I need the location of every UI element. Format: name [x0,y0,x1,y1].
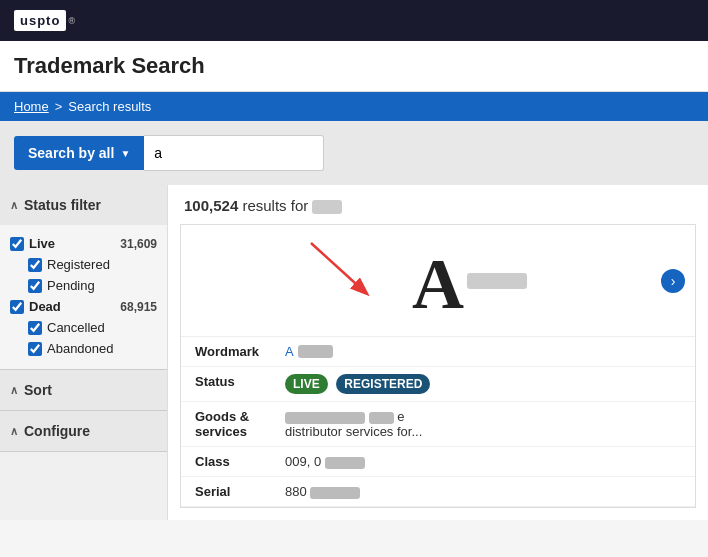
class-text: 009, 0 [285,454,321,469]
cancelled-filter-item: Cancelled [28,317,157,338]
status-value: LIVE REGISTERED [285,374,681,394]
pending-filter-item: Pending [28,275,157,296]
results-header: 100,524 results for [168,185,708,224]
annotation-arrow [281,233,401,313]
status-row: Status LIVE REGISTERED [181,367,695,402]
registered-filter-item: Registered [28,254,157,275]
goods-blurred-2 [369,412,394,424]
chevron-up-icon: ∧ [10,199,18,212]
sidebar: ∧ Status filter Live 31,609 Registered [0,185,168,520]
filter-content: Live 31,609 Registered Pending [0,225,167,369]
result-logo-letter: A [412,243,464,326]
chevron-down-icon: ∧ [10,384,18,397]
pending-label: Pending [47,278,95,293]
cancelled-label: Cancelled [47,320,105,335]
result-card: A › Wordmark [180,224,696,508]
goods-suffix: e [397,409,404,424]
serial-row: Serial 880 [181,477,695,507]
logo-text: uspto [20,13,60,28]
chevron-configure-icon: ∧ [10,425,18,438]
breadcrumb-home-link[interactable]: Home [14,99,49,114]
breadcrumb-separator: > [55,99,63,114]
dead-filter-item: Dead 68,915 [10,296,157,317]
configure-label: Configure [24,423,90,439]
search-by-label: Search by all [28,145,114,161]
header: uspto ® [0,0,708,41]
live-checkbox[interactable] [10,237,24,251]
uspto-logo: uspto [14,10,66,31]
sort-section: ∧ Sort [0,370,167,411]
results-label-text: results for [242,197,308,214]
wordmark-row: Wordmark A [181,337,695,367]
status-filter-header[interactable]: ∧ Status filter [0,185,167,225]
registered-checkbox[interactable] [28,258,42,272]
wordmark-link[interactable]: A [285,344,333,359]
serial-value: 880 [285,484,681,499]
abandoned-label: Abandoned [47,341,114,356]
breadcrumb: Home > Search results [0,92,708,121]
class-value: 009, 0 [285,454,681,469]
wordmark-blurred [298,345,333,358]
result-details: Wordmark A Status LIVE REGISTERED [181,336,695,507]
goods-blurred-1 [285,412,365,424]
dead-count: 68,915 [120,300,157,314]
main-layout: ∧ Status filter Live 31,609 Registered [0,185,708,520]
serial-label: Serial [195,484,285,499]
abandoned-checkbox[interactable] [28,342,42,356]
wordmark-label: Wordmark [195,344,285,359]
serial-text: 880 [285,484,307,499]
class-label: Class [195,454,285,469]
results-area: 100,524 results for A [168,185,708,520]
live-filter-item: Live 31,609 [10,233,157,254]
live-badge: LIVE [285,374,328,394]
status-filter-label: Status filter [24,197,101,213]
abandoned-filter-item: Abandoned [28,338,157,359]
sort-header[interactable]: ∧ Sort [0,370,167,410]
dropdown-caret-icon: ▼ [120,148,130,159]
title-bar: Trademark Search [0,41,708,92]
status-label: Status [195,374,285,389]
goods-services-label: Goods & services [195,409,285,439]
registered-badge: REGISTERED [336,374,430,394]
registered-symbol: ® [68,16,75,26]
registered-label: Registered [47,257,110,272]
dead-checkbox[interactable] [10,300,24,314]
dead-sub-items: Cancelled Abandoned [10,317,157,359]
search-by-button[interactable]: Search by all ▼ [14,136,144,170]
class-blurred [325,457,365,469]
query-blurred [312,200,342,214]
class-row: Class 009, 0 [181,447,695,477]
goods-services-row: Goods & services e distributor services … [181,402,695,447]
search-area: Search by all ▼ [0,121,708,185]
page-title: Trademark Search [14,53,694,79]
live-count: 31,609 [120,237,157,251]
dead-label: Dead [29,299,61,314]
logo-blurred [467,273,527,289]
configure-header[interactable]: ∧ Configure [0,411,167,451]
live-sub-items: Registered Pending [10,254,157,296]
result-image-area: A › [181,225,695,336]
pending-checkbox[interactable] [28,279,42,293]
cancelled-checkbox[interactable] [28,321,42,335]
serial-blurred [310,487,360,499]
sort-label: Sort [24,382,52,398]
configure-section: ∧ Configure [0,411,167,452]
wordmark-letter: A [285,344,294,359]
breadcrumb-current: Search results [68,99,151,114]
goods-distributor: distributor services for... [285,424,422,439]
live-label: Live [29,236,55,251]
search-input[interactable] [144,135,324,171]
wordmark-value: A [285,344,681,359]
results-count: 100,524 [184,197,238,214]
nav-next-button[interactable]: › [661,269,685,293]
status-filter-section: ∧ Status filter Live 31,609 Registered [0,185,167,370]
svg-line-1 [311,243,366,293]
goods-services-value: e distributor services for... [285,409,681,439]
